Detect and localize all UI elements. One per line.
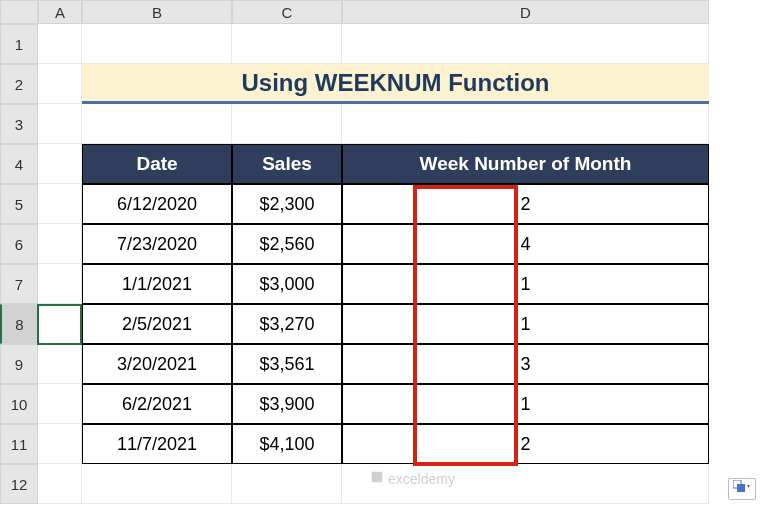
table-cell[interactable]: $4,100 (232, 424, 342, 464)
row-header[interactable]: 5 (0, 184, 38, 224)
table-cell[interactable]: 2 (342, 184, 709, 224)
table-cell[interactable]: 6/2/2021 (82, 384, 232, 424)
cell[interactable] (38, 264, 82, 304)
col-header-A[interactable]: A (38, 0, 82, 24)
row-header[interactable]: 9 (0, 344, 38, 384)
table-cell[interactable]: 1 (342, 264, 709, 304)
cell[interactable] (82, 104, 232, 144)
cell[interactable] (232, 464, 342, 504)
cell[interactable] (38, 344, 82, 384)
table-cell[interactable]: 2 (342, 424, 709, 464)
table-header-date: Date (82, 144, 232, 184)
svg-rect-0 (372, 472, 383, 483)
table-cell[interactable]: 7/23/2020 (82, 224, 232, 264)
table-cell[interactable]: $3,270 (232, 304, 342, 344)
auto-fill-options-icon (733, 480, 751, 498)
table-cell[interactable]: 3 (342, 344, 709, 384)
col-header-C[interactable]: C (232, 0, 342, 24)
row-header[interactable]: 6 (0, 224, 38, 264)
row-header[interactable]: 12 (0, 464, 38, 504)
table-cell[interactable]: $3,000 (232, 264, 342, 304)
col-header-D[interactable]: D (342, 0, 709, 24)
cell[interactable] (342, 24, 709, 64)
row-header-selected[interactable]: 8 (0, 304, 38, 344)
cell[interactable] (82, 24, 232, 64)
table-cell[interactable]: $3,561 (232, 344, 342, 384)
page-title: Using WEEKNUM Function (82, 64, 709, 104)
table-cell[interactable]: 1 (342, 384, 709, 424)
cell[interactable] (38, 224, 82, 264)
table-header-week: Week Number of Month (342, 144, 709, 184)
exceldemy-logo-icon (370, 470, 384, 487)
cell[interactable] (38, 24, 82, 64)
cell[interactable] (38, 304, 82, 344)
auto-fill-options-button[interactable] (728, 478, 756, 500)
col-header-B[interactable]: B (82, 0, 232, 24)
row-header[interactable]: 3 (0, 104, 38, 144)
cell[interactable] (38, 384, 82, 424)
row-header[interactable]: 4 (0, 144, 38, 184)
cell[interactable] (38, 184, 82, 224)
cell[interactable] (38, 144, 82, 184)
row-header[interactable]: 1 (0, 24, 38, 64)
cell[interactable] (38, 464, 82, 504)
select-all-corner[interactable] (0, 0, 38, 24)
spreadsheet-grid: A B C D 1 2 3 4 5 6 7 8 9 10 11 12 Using… (0, 0, 709, 504)
cell[interactable] (38, 104, 82, 144)
table-header-sales: Sales (232, 144, 342, 184)
table-cell[interactable]: $3,900 (232, 384, 342, 424)
cell[interactable] (342, 104, 709, 144)
table-cell[interactable]: 11/7/2021 (82, 424, 232, 464)
row-header[interactable]: 11 (0, 424, 38, 464)
cell[interactable] (38, 424, 82, 464)
table-cell[interactable]: $2,300 (232, 184, 342, 224)
row-header[interactable]: 10 (0, 384, 38, 424)
table-cell[interactable]: 1/1/2021 (82, 264, 232, 304)
watermark: exceldemy (370, 470, 455, 487)
table-cell[interactable]: $2,560 (232, 224, 342, 264)
svg-rect-2 (737, 484, 745, 492)
row-header[interactable]: 7 (0, 264, 38, 304)
table-cell[interactable]: 3/20/2021 (82, 344, 232, 384)
cell[interactable] (232, 24, 342, 64)
table-cell[interactable]: 2/5/2021 (82, 304, 232, 344)
watermark-text: exceldemy (388, 471, 455, 487)
table-cell[interactable]: 4 (342, 224, 709, 264)
cell[interactable] (82, 464, 232, 504)
row-header[interactable]: 2 (0, 64, 38, 104)
table-cell[interactable]: 6/12/2020 (82, 184, 232, 224)
cell[interactable] (232, 104, 342, 144)
cell[interactable] (38, 64, 82, 104)
table-cell[interactable]: 1 (342, 304, 709, 344)
